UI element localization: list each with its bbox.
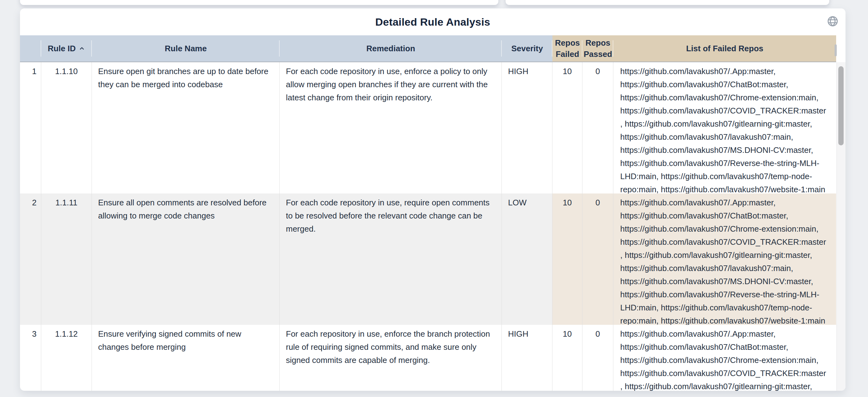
rule-analysis-table: Rule ID Rule Name Remediation Severity R… [20, 35, 836, 391]
top-card-left-fragment [20, 0, 498, 5]
card-header: Detailed Rule Analysis [20, 8, 845, 35]
col-header-repos-passed[interactable]: Repos Passed [582, 35, 613, 62]
cell-failed-repos-list: https://github.com/lavakush07/.App:maste… [613, 193, 836, 325]
cell-row-number: 1 [20, 62, 41, 193]
cell-failed-repos-list: https://github.com/lavakush07/.App:maste… [613, 325, 836, 391]
cell-remediation: For each code repository in use, require… [280, 193, 502, 325]
cell-rule-id: 1.1.11 [41, 193, 92, 325]
header-scrollbar-fragment [835, 44, 837, 56]
cell-rule-name: Ensure open git branches are up to date … [92, 62, 280, 193]
table-header-row: Rule ID Rule Name Remediation Severity R… [20, 35, 836, 62]
cell-repos-passed: 0 [582, 193, 613, 325]
col-header-remediation[interactable]: Remediation [280, 35, 502, 62]
vertical-scrollbar[interactable] [836, 62, 845, 391]
cell-repos-passed: 0 [582, 62, 613, 193]
cell-remediation: For each repository in use, enforce the … [280, 325, 502, 391]
cell-rule-name: Ensure verifying signed commits of new c… [92, 325, 280, 391]
scrollbar-thumb[interactable] [838, 66, 844, 145]
globe-icon[interactable] [827, 15, 839, 27]
cell-rule-id: 1.1.10 [41, 62, 92, 193]
col-header-repos-failed[interactable]: Repos Failed [552, 35, 582, 62]
cell-row-number: 2 [20, 193, 41, 325]
sort-ascending-icon [79, 45, 85, 52]
cell-rule-id: 1.1.12 [41, 325, 92, 391]
cell-repos-passed: 0 [582, 325, 613, 391]
col-header-rule-id[interactable]: Rule ID [41, 35, 92, 62]
col-header-row-number [20, 35, 41, 62]
col-header-rule-name[interactable]: Rule Name [92, 35, 280, 62]
top-card-right-fragment [505, 0, 829, 5]
cell-row-number: 3 [20, 325, 41, 391]
col-header-rule-id-label: Rule ID [48, 43, 76, 54]
col-header-failed-repos-list[interactable]: List of Failed Repos [613, 35, 836, 62]
detailed-rule-analysis-card: Detailed Rule Analysis Rule ID Rule Name… [20, 8, 845, 391]
cell-repos-failed: 10 [552, 193, 582, 325]
cell-repos-failed: 10 [552, 325, 582, 391]
cell-rule-name: Ensure all open comments are resolved be… [92, 193, 280, 325]
cell-severity: LOW [502, 193, 552, 325]
cell-failed-repos-list: https://github.com/lavakush07/.App:maste… [613, 62, 836, 193]
cell-remediation: For each code repository in use, enforce… [280, 62, 502, 193]
cell-severity: HIGH [502, 325, 552, 391]
cell-repos-failed: 10 [552, 62, 582, 193]
table-row: 3 1.1.12 Ensure verifying signed commits… [20, 325, 836, 391]
page-title: Detailed Rule Analysis [375, 16, 490, 28]
table-row: 1 1.1.10 Ensure open git branches are up… [20, 62, 836, 193]
table-row: 2 1.1.11 Ensure all open comments are re… [20, 193, 836, 325]
cell-severity: HIGH [502, 62, 552, 193]
col-header-severity[interactable]: Severity [502, 35, 552, 62]
